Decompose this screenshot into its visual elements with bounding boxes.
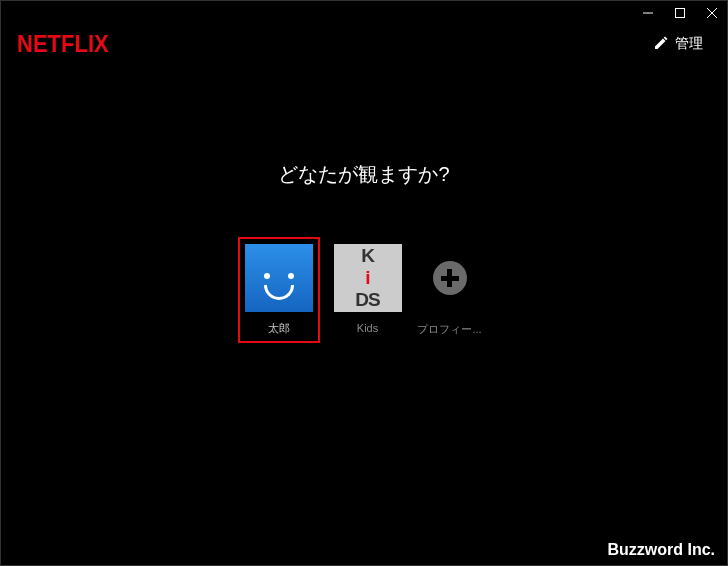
manage-label: 管理 [675, 35, 703, 53]
profile-selection: どなたが観ますか? 太郎 KiDS Kids プロフィー... [1, 161, 727, 343]
profile-label: Kids [357, 322, 378, 334]
window-minimize-button[interactable] [641, 6, 655, 20]
plus-icon [416, 244, 484, 312]
add-profile-button[interactable]: プロフィー... [416, 244, 484, 337]
profile-taro[interactable]: 太郎 [238, 237, 320, 343]
window-titlebar [1, 1, 727, 25]
manage-button[interactable]: 管理 [653, 35, 703, 54]
profile-kids[interactable]: KiDS Kids [334, 244, 402, 334]
pencil-icon [653, 35, 669, 54]
profile-label: 太郎 [268, 321, 290, 336]
smiley-avatar-icon [245, 244, 313, 312]
window-maximize-button[interactable] [673, 6, 687, 20]
app-header: NETFLIX 管理 [1, 25, 727, 57]
add-profile-label: プロフィー... [417, 322, 481, 337]
kids-avatar-icon: KiDS [334, 244, 402, 312]
netflix-logo: NETFLIX [17, 30, 109, 59]
window-close-button[interactable] [705, 6, 719, 20]
watermark-text: Buzzword Inc. [607, 541, 715, 559]
profiles-row: 太郎 KiDS Kids プロフィー... [245, 244, 484, 343]
prompt-text: どなたが観ますか? [278, 161, 449, 188]
svg-rect-1 [676, 9, 685, 18]
